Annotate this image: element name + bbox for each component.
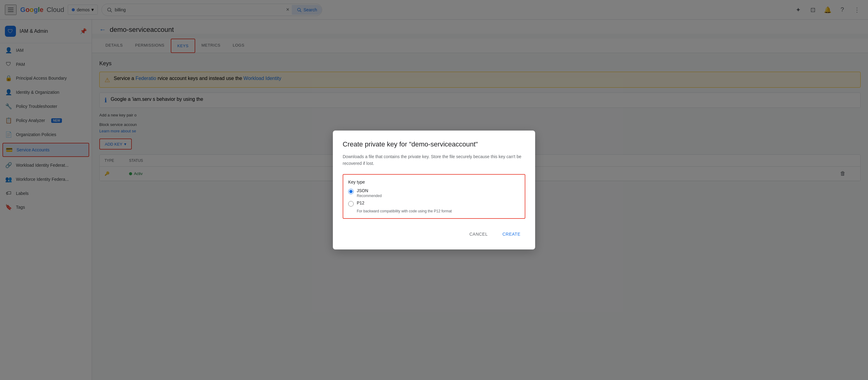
radio-json-input[interactable]: [348, 189, 354, 194]
radio-json-content: JSON Recommended: [357, 188, 381, 198]
cancel-button[interactable]: CANCEL: [464, 229, 493, 240]
radio-json-sublabel: Recommended: [357, 194, 381, 198]
radio-p12-option[interactable]: P12: [348, 200, 520, 207]
radio-p12-content: P12: [357, 200, 365, 205]
create-key-dialog: Create private key for "demo-serviceacco…: [333, 131, 535, 250]
modal-overlay: Create private key for "demo-serviceacco…: [0, 0, 868, 380]
dialog-title: Create private key for "demo-serviceacco…: [343, 140, 525, 148]
dialog-description: Downloads a file that contains the priva…: [343, 153, 525, 167]
radio-p12-input[interactable]: [348, 201, 354, 207]
radio-json-option[interactable]: JSON Recommended: [348, 188, 520, 198]
key-type-label: Key type: [348, 180, 520, 185]
radio-p12-desc: For backward compatibility with code usi…: [357, 209, 520, 213]
radio-json-label: JSON: [357, 188, 381, 193]
create-button[interactable]: CREATE: [497, 229, 525, 240]
dialog-actions: CANCEL CREATE: [343, 229, 525, 240]
radio-p12-label: P12: [357, 200, 365, 205]
key-type-section: Key type JSON Recommended P12 For backwa…: [343, 174, 525, 219]
